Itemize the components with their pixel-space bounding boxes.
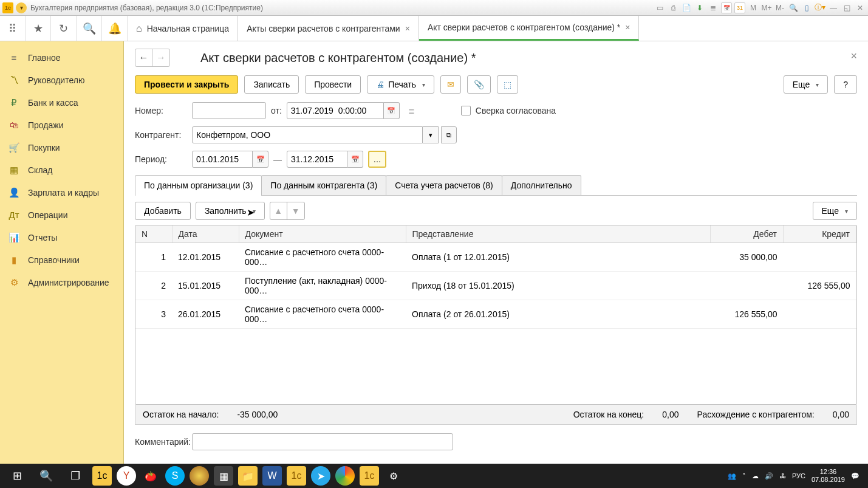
tab-accounts[interactable]: Счета учета расчетов (8)	[386, 175, 502, 195]
app-1c-icon[interactable]: 1c	[92, 466, 112, 486]
apps-grid-icon[interactable]: ⠿	[0, 16, 26, 41]
app-1c2-icon[interactable]: 1c	[287, 466, 306, 486]
notifications-icon[interactable]: 🔔	[102, 16, 128, 41]
tab-close-icon[interactable]: ×	[405, 24, 410, 33]
close-icon[interactable]: ✕	[855, 2, 866, 13]
post-close-button[interactable]: Провести и закрыть	[135, 75, 238, 94]
tray-onedrive-icon[interactable]: ☁	[752, 472, 759, 480]
telegram-icon[interactable]: ➤	[311, 466, 330, 486]
tab-org-data[interactable]: По данным организации (3)	[135, 175, 262, 195]
tray-lang[interactable]: РУС	[792, 472, 805, 479]
tab-home[interactable]: ⌂ Начальная страница	[128, 16, 238, 41]
nav-back-button[interactable]: ←	[135, 49, 152, 66]
settings-icon[interactable]: ⚙	[384, 466, 403, 486]
reconciled-checkbox[interactable]	[461, 106, 471, 115]
period-picker-button[interactable]: …	[368, 151, 386, 168]
tb-mplus-icon[interactable]: М+	[761, 2, 772, 13]
calendar-icon[interactable]: 📅	[384, 102, 400, 119]
number-input[interactable]	[192, 102, 266, 119]
tb-compare-icon[interactable]: ≣	[708, 2, 719, 13]
col-date[interactable]: Дата	[172, 225, 239, 243]
col-repr[interactable]: Представление	[406, 225, 711, 243]
period-from-input[interactable]	[192, 151, 253, 168]
period-to-input[interactable]	[287, 151, 347, 168]
tray-network-icon[interactable]: 🖧	[779, 472, 786, 479]
app-1c3-icon[interactable]: 1c	[360, 466, 379, 486]
tb-zoom-icon[interactable]: 🔍	[788, 2, 799, 13]
counterparty-input[interactable]	[192, 126, 423, 143]
tb-panel-icon[interactable]: ▯	[801, 2, 812, 13]
tb-info-icon[interactable]: ⓘ▾	[815, 2, 825, 13]
favorites-icon[interactable]: ★	[26, 16, 51, 41]
tb-m-icon[interactable]: М	[748, 2, 759, 13]
sidebar-item-warehouse[interactable]: ▦Склад	[0, 159, 123, 181]
move-down-button[interactable]: ▼	[287, 202, 304, 219]
sidebar-item-refs[interactable]: ▮Справочники	[0, 249, 123, 271]
save-button[interactable]: Записать	[244, 75, 299, 94]
tray-clock[interactable]: 12:36 07.08.2019	[812, 468, 845, 484]
calendar-icon[interactable]: 📅	[347, 151, 363, 168]
minimize-icon[interactable]: —	[828, 2, 839, 13]
tomato-icon[interactable]: 🍅	[141, 466, 160, 486]
tab-acts-list[interactable]: Акты сверки расчетов с контрагентами ×	[238, 16, 419, 41]
tray-notifications-icon[interactable]: 💬	[851, 472, 859, 480]
tray-up-icon[interactable]: ˄	[742, 472, 746, 480]
structure-button[interactable]: ⬚	[497, 75, 518, 94]
yandex-icon[interactable]: Y	[117, 466, 136, 486]
add-button[interactable]: Добавить	[135, 202, 191, 220]
table-more-button[interactable]: Еще	[813, 202, 858, 220]
browser-icon[interactable]	[190, 466, 209, 486]
table-row[interactable]: 3 26.01.2015 Списание с расчетного счета…	[135, 300, 856, 329]
start-button[interactable]: ⊞	[2, 464, 32, 488]
open-icon[interactable]: ⧉	[441, 126, 457, 143]
explorer-icon[interactable]: 📁	[238, 466, 258, 486]
tb-calendar-icon[interactable]: 📅	[721, 2, 732, 13]
skype-icon[interactable]: S	[165, 466, 185, 486]
table-row[interactable]: 2 15.01.2015 Поступление (акт, накладная…	[135, 272, 856, 300]
table-row[interactable]: 1 12.01.2015 Списание с расчетного счета…	[135, 243, 856, 272]
chrome-icon[interactable]	[335, 466, 355, 486]
comment-input[interactable]	[192, 433, 453, 450]
sidebar-item-manager[interactable]: 〽Руководителю	[0, 69, 123, 91]
dropdown-icon[interactable]: ▾	[423, 126, 439, 143]
sidebar-item-hr[interactable]: 👤Зарплата и кадры	[0, 181, 123, 204]
tb-print-icon[interactable]: ⎙	[668, 2, 678, 13]
attach-button[interactable]: 📎	[467, 75, 491, 94]
tb-calendar31-icon[interactable]: 31	[734, 2, 745, 13]
date-input[interactable]	[287, 102, 384, 119]
tab-additional[interactable]: Дополнительно	[502, 175, 581, 195]
sidebar-item-main[interactable]: ≡Главное	[0, 46, 123, 69]
search-icon[interactable]: 🔍	[77, 16, 102, 41]
tab-close-icon[interactable]: ×	[625, 22, 630, 32]
sidebar-item-operations[interactable]: ДтОперации	[0, 204, 123, 226]
search-task-icon[interactable]: 🔍	[32, 464, 61, 488]
tab-act-create[interactable]: Акт сверки расчетов с контрагентом (созд…	[419, 16, 640, 41]
print-button[interactable]: 🖨Печать	[367, 75, 434, 94]
tab-counterparty-data[interactable]: По данным контрагента (3)	[261, 175, 386, 195]
page-close-icon[interactable]: ×	[850, 50, 857, 63]
col-n[interactable]: N	[135, 225, 172, 243]
help-button[interactable]: ?	[834, 75, 857, 94]
tray-volume-icon[interactable]: 🔊	[765, 472, 773, 480]
history-icon[interactable]: ↻	[51, 16, 77, 41]
sidebar-item-purchases[interactable]: 🛒Покупки	[0, 136, 123, 159]
tray-people-icon[interactable]: 👥	[728, 472, 736, 480]
tb-download-icon[interactable]: ⬇	[694, 2, 705, 13]
move-up-button[interactable]: ▲	[270, 202, 287, 219]
sidebar-item-bank[interactable]: ₽Банк и касса	[0, 91, 123, 114]
word-icon[interactable]: W	[262, 466, 282, 486]
post-button[interactable]: Провести	[305, 75, 361, 94]
taskview-icon[interactable]: ❐	[61, 464, 90, 488]
fill-button[interactable]: Заполнить	[196, 202, 265, 220]
col-debit[interactable]: Дебет	[711, 225, 784, 243]
sidebar-item-reports[interactable]: 📊Отчеты	[0, 226, 123, 249]
tb-mminus-icon[interactable]: М-	[774, 2, 785, 13]
col-credit[interactable]: Кредит	[784, 225, 856, 243]
col-doc[interactable]: Документ	[239, 225, 406, 243]
email-button[interactable]: ✉	[440, 75, 461, 94]
more-button[interactable]: Еще	[784, 75, 829, 94]
calendar-icon[interactable]: 📅	[253, 151, 268, 168]
calculator-icon[interactable]: ▦	[214, 466, 233, 486]
tb-doc-icon[interactable]: 📄	[681, 2, 692, 13]
sidebar-item-sales[interactable]: 🛍Продажи	[0, 114, 123, 136]
